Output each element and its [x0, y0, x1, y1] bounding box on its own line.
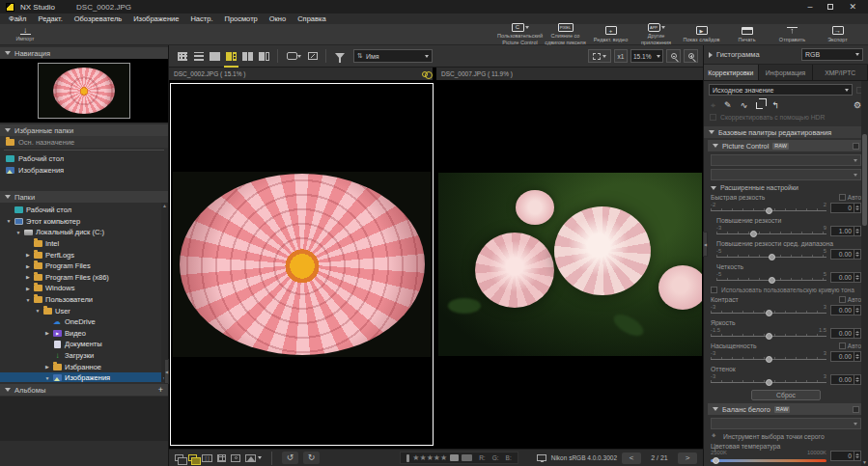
value-input[interactable]: 0.00 — [830, 351, 861, 362]
tree-item-pictures-selected[interactable]: ▼Изображения — [0, 372, 168, 382]
expand-icon[interactable]: ▶ — [25, 274, 31, 280]
compare-sync-button-active[interactable] — [188, 452, 197, 465]
expand-icon[interactable]: ▼ — [6, 218, 12, 224]
zoom-level-dropdown[interactable]: 15.1% — [630, 49, 663, 63]
slider-thumb[interactable] — [766, 207, 772, 214]
spinner[interactable] — [854, 452, 860, 460]
slider-thumb[interactable] — [713, 457, 719, 464]
slider-thumb[interactable] — [769, 277, 775, 284]
slider-thumb[interactable] — [766, 356, 772, 363]
show-info-button[interactable]: [ ] — [202, 452, 212, 465]
image2-cell[interactable] — [437, 83, 702, 446]
histogram-header[interactable]: Гистограмма RGB — [704, 45, 868, 65]
levels-curves-icon[interactable]: ∿ — [741, 100, 748, 110]
favorite-desktop[interactable]: Рабочий стол — [0, 152, 168, 164]
auto-checkbox[interactable] — [839, 343, 846, 349]
tree-item-windows[interactable]: ▶Windows — [0, 283, 168, 294]
white-balance-dropdown[interactable] — [711, 418, 861, 429]
tree-item-onedrive[interactable]: ☁OneDrive — [0, 316, 168, 328]
picture-control-checkbox[interactable] — [853, 143, 859, 150]
rotate-left-button[interactable]: ↺ — [282, 452, 298, 464]
minimize-button[interactable]: – — [807, 2, 812, 12]
expand-icon[interactable]: ▼ — [44, 375, 50, 381]
next-image-button[interactable]: > — [678, 452, 697, 464]
menu-settings[interactable]: Настр. — [190, 14, 212, 23]
label-tag-icon[interactable] — [406, 454, 409, 462]
advanced-settings-header[interactable]: Расширенные настройки — [704, 180, 868, 192]
slider-track[interactable] — [711, 356, 826, 363]
histogram-channel-dropdown[interactable]: RGB — [801, 48, 863, 61]
expand-icon[interactable]: ▶ — [25, 286, 31, 291]
spinner[interactable] — [854, 204, 860, 212]
menu-image[interactable]: Изображение — [133, 14, 179, 23]
slider-thumb[interactable] — [769, 254, 775, 260]
tree-item-downloads[interactable]: ↓Загрузки — [0, 350, 168, 362]
retouch-brush-icon[interactable]: ✎ — [724, 100, 732, 110]
rotate-right-button[interactable]: ↻ — [303, 452, 320, 464]
pixel-shift-button[interactable]: PIXEL Слияние со сдвигом пикселя — [543, 24, 588, 44]
picture-control-section-header[interactable]: Picture Control RAW — [708, 140, 864, 151]
tree-item-program-files-x86[interactable]: ▶Program Files (x86) — [0, 272, 168, 284]
auto-checkbox-row[interactable]: Авто — [839, 296, 861, 303]
tree-item-this-pc[interactable]: ▼Этот компьютер — [0, 216, 168, 228]
picture-control-button[interactable]: C Пользовательский Picture Control — [497, 24, 543, 44]
favorite-pictures[interactable]: Изображения — [0, 164, 168, 176]
send-button[interactable]: ↓ Отправить — [770, 24, 815, 44]
slider-track[interactable] — [711, 333, 826, 340]
expand-icon[interactable]: ▶ — [25, 252, 31, 258]
navigation-thumbnail[interactable] — [38, 63, 130, 119]
tree-item-documents[interactable]: Документы — [0, 339, 168, 350]
slider-thumb[interactable] — [766, 310, 772, 316]
slider-track[interactable] — [711, 207, 826, 214]
scroll-down-icon[interactable]: ▼ — [861, 459, 868, 465]
slider-track[interactable] — [716, 254, 826, 260]
label-chip-icon[interactable] — [450, 454, 459, 461]
expand-icon[interactable]: ▶ — [44, 364, 50, 370]
menu-window[interactable]: Окно — [269, 14, 286, 23]
zoom-out-button[interactable] — [666, 49, 681, 63]
split-view-button-active[interactable] — [223, 45, 239, 68]
folders-section-header[interactable]: Папки — [0, 191, 168, 203]
expand-icon[interactable]: ▶ — [25, 263, 31, 269]
gray-point-tool[interactable]: ⌖ Инструмент выбора точки серого — [704, 429, 868, 441]
panel-scrollbar[interactable]: ▼ — [861, 81, 868, 466]
tree-item-desktop[interactable]: Рабочий стол — [0, 205, 168, 216]
image2-photo[interactable] — [438, 173, 702, 356]
fit-view-dropdown[interactable] — [588, 49, 611, 63]
value-input[interactable]: 0 — [830, 451, 861, 461]
import-button[interactable]: ↓ Импорт — [8, 24, 42, 44]
filter-button[interactable] — [331, 45, 348, 68]
sync-compare-button[interactable] — [283, 45, 304, 68]
expand-icon[interactable]: ▼ — [15, 230, 21, 235]
menu-help[interactable]: Справка — [297, 14, 325, 23]
close-button[interactable]: ✕ — [849, 2, 856, 12]
highlight-display-button[interactable] — [245, 452, 262, 465]
crop-icon[interactable] — [756, 102, 763, 109]
tone-curve-checkbox[interactable] — [711, 287, 717, 293]
menu-view[interactable]: Просмотр — [224, 14, 257, 23]
tree-scrollbar[interactable]: ▲ ▼ — [161, 203, 168, 382]
tree-item-program-files[interactable]: ▶Program Files — [0, 260, 168, 272]
navigation-section-header[interactable]: Навигация — [0, 47, 168, 59]
panel-collapse-handle[interactable]: ◀ — [703, 232, 708, 257]
value-input[interactable]: 0.00 — [830, 305, 861, 315]
favorite-main-destination[interactable]: Осн. назначение — [0, 136, 168, 148]
hdr-checkbox[interactable] — [710, 114, 716, 121]
scrollbar-thumb[interactable] — [862, 134, 867, 226]
zoom-in-button[interactable] — [684, 49, 698, 63]
tree-item-favorites[interactable]: ▶Избранное — [0, 361, 168, 372]
value-input[interactable]: 1.00 — [830, 226, 861, 236]
tree-item-local-disk[interactable]: ▼Локальный диск (C:) — [0, 227, 168, 238]
picture-control-secondary-dropdown[interactable] — [711, 169, 861, 180]
expand-icon[interactable]: ▼ — [25, 297, 31, 303]
white-balance-section-header[interactable]: Баланс белого RAW — [708, 403, 864, 415]
restore-button[interactable] — [827, 4, 833, 10]
slider-track[interactable] — [711, 310, 826, 316]
tree-item-user[interactable]: ▼User — [0, 305, 168, 316]
sidebar-collapse-handle[interactable]: ◀ — [164, 359, 169, 384]
tab-information[interactable]: Информация — [759, 65, 814, 80]
image1-cell-selected[interactable] — [170, 83, 434, 446]
spinner[interactable] — [854, 250, 860, 259]
add-album-button[interactable]: + — [158, 386, 163, 394]
expand-icon[interactable]: ▶ — [44, 330, 50, 336]
